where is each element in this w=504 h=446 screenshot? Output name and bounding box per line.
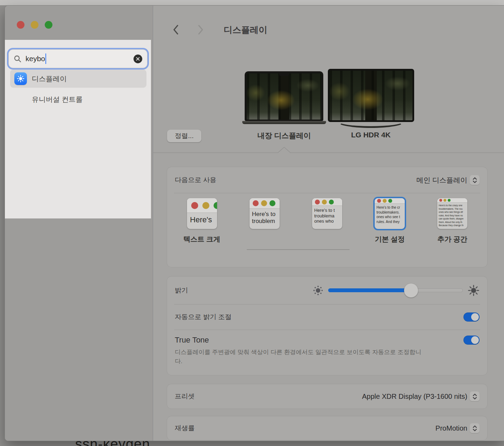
search-query-text: keybo: [26, 55, 45, 63]
use-as-stepper-icon[interactable]: [470, 175, 480, 185]
zoom-button[interactable]: [45, 21, 52, 29]
mini-window-text: Here's to the cr troublemakers. ones who…: [375, 204, 405, 224]
true-tone-toggle[interactable]: [463, 336, 480, 345]
scale-preview-window: Here's to troublem: [250, 198, 280, 229]
monitor-stand: [338, 116, 404, 128]
back-button[interactable]: [169, 23, 182, 36]
scale-preview-window: Here's to the cr troublemakers. ones who…: [375, 198, 405, 229]
system-settings-window: keybo 디스플레이유니버설 컨트롤 디스플레이: [5, 5, 504, 441]
mini-titlebar: [187, 198, 217, 213]
use-as-and-scaling-card: 다음으로 사용 메인 디스플레이 Here's텍스트 크게Here's to t…: [167, 167, 487, 267]
brightness-card: 밝기: [167, 276, 487, 375]
scale-option-unlabeled-2[interactable]: Here's to troublem: [233, 198, 296, 243]
laptop-base: [242, 121, 326, 124]
mini-minimize-icon: [202, 202, 209, 209]
refresh-rate-stepper-icon[interactable]: [470, 423, 480, 433]
page-title: 디스플레이: [224, 24, 267, 36]
auto-brightness-toggle[interactable]: [463, 312, 480, 322]
mini-zoom-icon: [214, 202, 217, 209]
display-settings-pane: 디스플레이 내장 디스플레이 LG HDR 4K 정렬... 다음으로 사용 메…: [153, 6, 504, 441]
scale-option-label: 텍스트 크게: [183, 235, 221, 243]
scale-option-label: 기본 설정: [375, 235, 405, 243]
forward-button[interactable]: [194, 23, 207, 36]
refresh-rate-label: 재생률: [175, 424, 195, 433]
refresh-rate-value[interactable]: ProMotion: [435, 424, 467, 432]
search-result-item[interactable]: 유니버설 컨트롤: [10, 92, 146, 107]
close-button[interactable]: [17, 21, 24, 29]
scale-option-추가 공간[interactable]: Here's to the crazy one troublemakers. T…: [421, 198, 484, 243]
brightness-slider-fill: [328, 288, 411, 292]
mini-titlebar: [375, 198, 405, 204]
toggle-knob: [471, 336, 479, 344]
scale-option-label: 추가 공간: [438, 235, 468, 243]
mini-window-text: Here's to troublem: [250, 209, 280, 224]
mini-minimize-icon: [261, 200, 267, 206]
resolution-scale-options: Here's텍스트 크게Here's to troublemHere's to …: [171, 198, 484, 243]
external-display-name: LG HDR 4K: [318, 131, 423, 139]
selected-display-pointer: [153, 146, 504, 153]
mini-close-icon: [191, 202, 198, 209]
scale-option-텍스트 크게[interactable]: Here's텍스트 크게: [171, 198, 233, 243]
minimize-button[interactable]: [31, 21, 38, 29]
brightness-slider[interactable]: [328, 288, 463, 292]
mini-window-text: Here's: [187, 213, 217, 224]
auto-brightness-label: 자동으로 밝기 조절: [175, 312, 232, 322]
navigation-bar: 디스플레이: [169, 23, 267, 36]
scale-preview-window: Here's to t troublema ones who: [312, 198, 342, 229]
brightness-label: 밝기: [175, 286, 188, 295]
search-result-label: 유니버설 컨트롤: [32, 95, 83, 104]
external-display-thumbnail[interactable]: [328, 69, 414, 122]
mini-minimize-icon: [383, 199, 387, 203]
search-result-selected[interactable]: 디스플레이: [10, 70, 146, 88]
scale-tick-line: [247, 249, 350, 250]
mini-titlebar: [250, 198, 280, 209]
brightness-dim-icon: [313, 285, 323, 296]
brightness-slider-knob[interactable]: [404, 283, 418, 297]
mini-minimize-icon: [322, 200, 327, 204]
mini-titlebar: [437, 198, 467, 203]
search-input[interactable]: keybo: [8, 49, 147, 68]
mini-titlebar: [312, 198, 342, 206]
mini-close-icon: [439, 199, 442, 202]
arrange-button[interactable]: 정렬...: [167, 130, 201, 142]
mini-zoom-icon: [388, 199, 392, 203]
mini-minimize-icon: [444, 199, 446, 202]
brightness-bright-icon: [468, 285, 480, 296]
preset-card: 프리셋 Apple XDR Display (P3-1600 nits): [167, 384, 487, 409]
scale-preview-window: Here's: [187, 198, 217, 229]
search-highlight-panel: keybo 디스플레이유니버설 컨트롤: [5, 40, 151, 218]
toggle-knob: [471, 313, 479, 321]
text-cursor: [45, 53, 46, 64]
builtin-display-thumbnail[interactable]: [245, 71, 323, 121]
preset-label: 프리셋: [175, 392, 195, 401]
scale-preview-window: Here's to the crazy one troublemakers. T…: [437, 198, 467, 229]
mini-zoom-icon: [448, 199, 451, 202]
search-result-label: 디스플레이: [32, 74, 67, 84]
scale-option-unlabeled-3[interactable]: Here's to t troublema ones who: [296, 198, 358, 243]
mini-zoom-icon: [269, 200, 275, 206]
sidebar: keybo 디스플레이유니버설 컨트롤: [5, 6, 153, 441]
clear-search-icon[interactable]: [134, 55, 142, 63]
mini-window-text: Here's to the crazy one troublemakers. T…: [437, 203, 467, 227]
scale-option-기본 설정[interactable]: Here's to the cr troublemakers. ones who…: [359, 198, 421, 243]
window-controls: [17, 21, 52, 29]
mini-close-icon: [253, 200, 259, 206]
use-as-label: 다음으로 사용: [175, 175, 216, 185]
mini-close-icon: [377, 199, 381, 203]
refresh-rate-card: 재생률 ProMotion: [167, 416, 487, 440]
search-icon: [14, 55, 22, 63]
display-brightness-icon: [14, 72, 27, 85]
mini-close-icon: [315, 200, 320, 204]
use-as-value[interactable]: 메인 디스플레이: [416, 175, 467, 185]
divider: [174, 193, 480, 193]
preset-stepper-icon[interactable]: [470, 391, 480, 401]
preset-value[interactable]: Apple XDR Display (P3-1600 nits): [362, 393, 467, 401]
mini-window-text: Here's to t troublema ones who: [312, 206, 342, 224]
true-tone-label: True Tone: [175, 336, 209, 345]
laptop-notch: [279, 73, 289, 76]
mini-zoom-icon: [329, 200, 334, 204]
true-tone-description: 디스플레이를 주변광에 맞춰 색상이 다른 환경에서도 일관적으로 보이도록 자…: [175, 348, 426, 366]
